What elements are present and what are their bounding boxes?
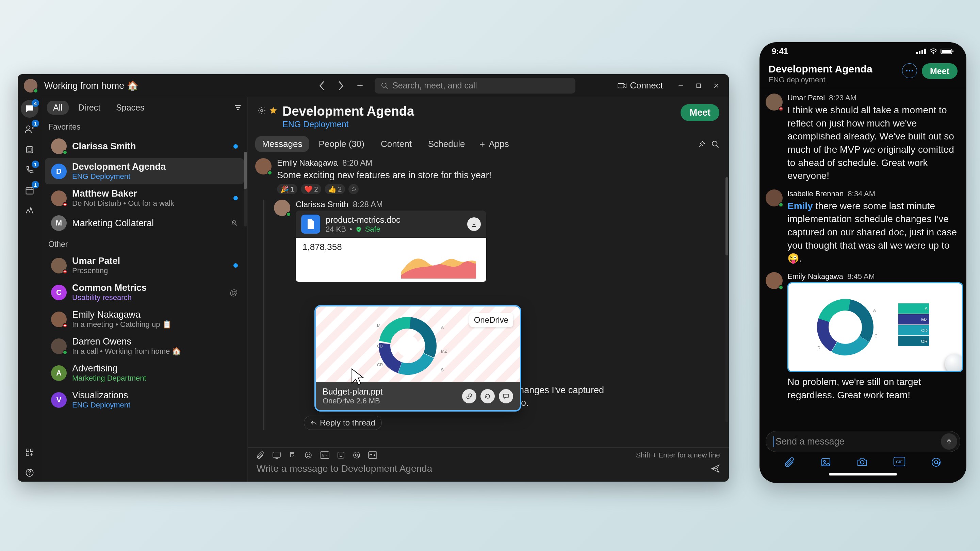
file-attachment[interactable]: product-metrics.doc 24 KB• Safe (296, 211, 486, 238)
message-avatar[interactable] (274, 200, 290, 216)
chat-item[interactable]: CCommon MetricsUsability research@ (45, 279, 244, 305)
gif-icon[interactable]: GIF (320, 451, 329, 459)
nav-forward[interactable] (334, 79, 348, 93)
mobile-avatar[interactable] (765, 94, 783, 111)
mobile-image-icon[interactable] (821, 457, 831, 468)
reaction[interactable]: 👍2 (325, 184, 345, 194)
mobile-chart-card[interactable]: ACD A MZ CD OR (788, 282, 963, 372)
chat-subtitle: In a meeting • Catching up 📋 (72, 320, 238, 329)
filter-all[interactable]: All (47, 101, 69, 114)
chat-item[interactable]: Emily NakagawaIn a meeting • Catching up… (45, 306, 244, 332)
tab-messages[interactable]: Messages (255, 136, 309, 152)
favorite-star-icon[interactable] (269, 106, 278, 115)
maximize-button[interactable] (691, 78, 706, 94)
mobile-gif-icon[interactable]: GIF (893, 457, 905, 468)
svg-point-11 (29, 475, 30, 475)
messages-scrollbar[interactable] (725, 177, 728, 422)
mobile-expand-button[interactable] (945, 354, 963, 372)
search-icon (381, 82, 388, 89)
mobile-camera-icon[interactable] (856, 457, 868, 468)
share-refresh-button[interactable] (480, 389, 495, 403)
mobile-input[interactable]: Send a message (765, 431, 960, 452)
nav-back[interactable] (315, 79, 329, 93)
pin-icon[interactable] (698, 140, 706, 148)
download-button[interactable] (467, 218, 481, 231)
chat-item[interactable]: Matthew BakerDo Not Disturb • Out for a … (45, 185, 244, 211)
close-button[interactable] (708, 78, 724, 94)
rail-contacts[interactable]: 1 (21, 121, 38, 138)
rail-activity[interactable] (21, 202, 38, 220)
chat-item[interactable]: VVisualizationsENG Deployment (45, 387, 244, 413)
tab-schedule[interactable]: Schedule (421, 136, 472, 152)
markdown-icon[interactable] (368, 451, 377, 459)
rail-calls[interactable]: 1 (21, 161, 38, 179)
mobile-more-button[interactable] (902, 63, 917, 78)
format-icon[interactable] (288, 451, 297, 459)
window-controls (673, 78, 724, 94)
connect-button[interactable]: Connect (617, 80, 663, 91)
chat-list[interactable]: Clarissa SmithDDevelopment AgendaENG Dep… (41, 134, 247, 482)
mobile-send-button[interactable] (941, 433, 957, 449)
chat-item[interactable]: Umar PatelPresenting (45, 252, 244, 279)
mention-icon[interactable] (353, 451, 361, 459)
composer-input[interactable]: Write a message to Development Agenda (256, 463, 711, 474)
settings-icon[interactable] (257, 106, 266, 115)
rail-badge-contacts: 1 (32, 120, 39, 127)
home-indicator[interactable] (829, 473, 897, 475)
mobile-meet-button[interactable]: Meet (922, 63, 958, 79)
rail-apps[interactable] (21, 443, 38, 461)
mobile-avatar[interactable] (765, 272, 783, 289)
rail-help[interactable] (21, 464, 38, 482)
screen-capture-icon[interactable] (272, 451, 281, 459)
rail-badge-calendar: 1 (32, 181, 39, 189)
file-preview[interactable]: 1,878,358 (296, 238, 486, 282)
filter-icon[interactable] (234, 103, 242, 111)
chat-item[interactable]: DDevelopment AgendaENG Deployment (45, 158, 244, 184)
send-button[interactable] (711, 464, 720, 473)
attach-icon[interactable] (256, 451, 265, 459)
reply-to-thread-button[interactable]: Reply to thread (304, 416, 382, 430)
mobile-message-list[interactable]: Umar Patel 8:23 AM I think we should all… (759, 88, 966, 429)
search-in-conv-icon[interactable] (711, 140, 719, 148)
svg-text:A: A (441, 325, 444, 330)
chat-item[interactable]: AAdvertisingMarketing Department (45, 360, 244, 386)
rail-teams[interactable] (21, 141, 38, 159)
share-drag-card[interactable]: OneDrive MCDCR AMZS (316, 306, 520, 410)
tab-add-apps[interactable]: ＋ Apps (478, 138, 509, 150)
svg-rect-40 (924, 49, 926, 54)
share-copy-link-button[interactable] (462, 389, 476, 403)
filter-spaces[interactable]: Spaces (110, 101, 150, 114)
mobile-mention-icon[interactable] (931, 457, 942, 468)
rail-messages[interactable]: 4 (21, 100, 38, 118)
filter-direct[interactable]: Direct (72, 101, 107, 114)
user-avatar[interactable] (24, 79, 37, 92)
tab-people[interactable]: People (30) (312, 136, 371, 152)
meet-button[interactable]: Meet (681, 104, 719, 121)
message-avatar[interactable] (255, 158, 272, 175)
svg-text:MZ: MZ (441, 349, 447, 354)
bitmoji-icon[interactable] (337, 451, 345, 459)
sidebar-scrollbar[interactable] (244, 152, 247, 227)
tab-content[interactable]: Content (374, 136, 418, 152)
new-button[interactable] (353, 79, 367, 93)
mobile-avatar[interactable] (765, 189, 783, 206)
user-status[interactable]: Working from home 🏠 (44, 80, 138, 91)
svg-rect-9 (26, 453, 29, 456)
reaction[interactable]: ❤️2 (301, 184, 321, 194)
search-input[interactable]: Search, meet, and call (375, 78, 576, 94)
cellular-icon (916, 48, 926, 54)
rail-calendar[interactable]: 1 (21, 182, 38, 199)
emoji-icon[interactable] (304, 451, 312, 459)
conversation-subtitle[interactable]: ENG Deployment (282, 119, 414, 129)
chat-item[interactable]: Darren OwensIn a call • Working from hom… (45, 333, 244, 359)
message-list[interactable]: Emily Nakagawa 8:20 AM Some exciting new… (248, 157, 729, 447)
minimize-button[interactable] (673, 78, 689, 94)
svg-point-69 (932, 458, 940, 466)
mobile-attach-icon[interactable] (784, 457, 795, 468)
conversation-pane: Development Agenda ENG Deployment Meet M… (248, 97, 729, 482)
chat-item[interactable]: MMarketing Collateral (45, 212, 244, 234)
reaction[interactable]: 🎉1 (277, 184, 298, 194)
share-comment-button[interactable] (499, 389, 513, 403)
add-reaction-button[interactable]: ☺ (348, 184, 359, 194)
chat-item[interactable]: Clarissa Smith (45, 135, 244, 157)
